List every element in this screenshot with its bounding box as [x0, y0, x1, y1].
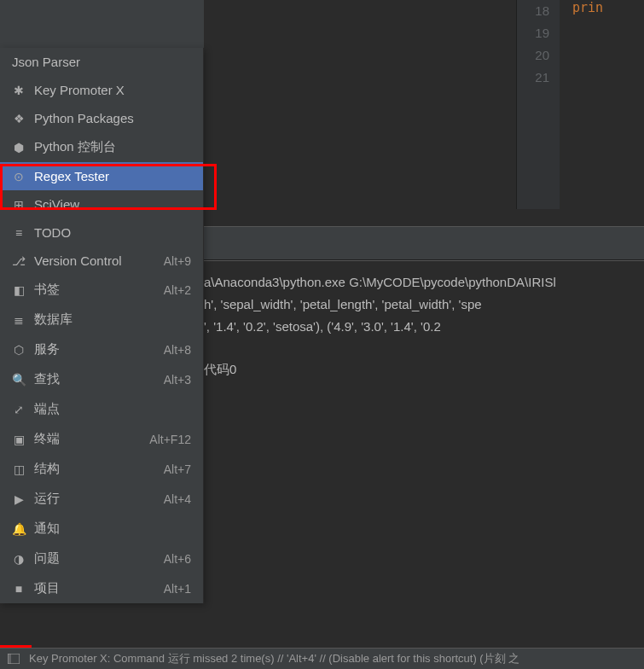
svg-rect-1 [8, 654, 11, 664]
menu-label: 结构 [34, 461, 154, 477]
editor-area: 18 19 20 21 prin [516, 0, 644, 209]
menu-icon: ◑ [12, 552, 26, 566]
menu-item-运行[interactable]: ▶运行Alt+4 [0, 484, 203, 514]
menu-label: SciView [34, 197, 191, 212]
menu-item-regex-tester[interactable]: ⊙Regex Tester [0, 162, 203, 190]
menu-label: 运行 [34, 491, 154, 507]
menu-item-端点[interactable]: ⤢端点 [0, 394, 203, 424]
menu-shortcut: Alt+2 [164, 283, 191, 297]
menu-item-问题[interactable]: ◑问题Alt+6 [0, 544, 203, 573]
code-text[interactable]: prin [572, 0, 603, 15]
menu-label: Python Packages [34, 111, 191, 125]
menu-header[interactable]: Json Parser [0, 48, 203, 76]
status-bar[interactable]: Key Promoter X: Command 运行 missed 2 time… [0, 648, 644, 669]
status-text: Key Promoter X: Command 运行 missed 2 time… [29, 651, 519, 666]
menu-icon: 🔍 [12, 373, 26, 387]
menu-item-结构[interactable]: ◫结构Alt+7 [0, 454, 203, 484]
console-exit: 代码0 [204, 358, 644, 381]
console-line: h', 'sepal_width', 'petal_length', 'peta… [204, 294, 644, 316]
menu-shortcut: Alt+9 [164, 254, 191, 268]
menu-icon: ▶ [12, 492, 26, 506]
menu-item-python-packages[interactable]: ❖Python Packages [0, 104, 203, 132]
menu-label: 服务 [34, 341, 154, 358]
console-line: ', '1.4', '0.2', 'setosa'), ('4.9', '3.0… [204, 316, 644, 338]
window-icon[interactable] [5, 652, 22, 666]
line-number: 19 [517, 22, 549, 44]
menu-item-服务[interactable]: ⬡服务Alt+8 [0, 334, 203, 364]
tool-window-menu[interactable]: Json Parser ✱Key Promoter X❖Python Packa… [0, 48, 204, 603]
menu-item-python-控制台[interactable]: ⬢Python 控制台 [0, 132, 203, 162]
menu-shortcut: Alt+7 [164, 462, 191, 476]
menu-label: 端点 [34, 401, 191, 417]
menu-label: 数据库 [34, 311, 191, 328]
menu-icon: ⬢ [12, 141, 26, 154]
menu-label: Python 控制台 [34, 139, 191, 155]
menu-item-version-control[interactable]: ⎇Version ControlAlt+9 [0, 247, 203, 275]
menu-icon: ⊙ [12, 170, 26, 183]
menu-shortcut: Alt+1 [164, 582, 191, 596]
menu-shortcut: Alt+8 [164, 343, 191, 357]
menu-icon: ⎇ [12, 254, 26, 268]
menu-icon: ⊞ [12, 198, 26, 212]
line-number: 18 [517, 0, 549, 22]
menu-label: 终端 [34, 431, 139, 447]
menu-label: TODO [34, 225, 191, 240]
menu-item-项目[interactable]: ■项目Alt+1 [0, 573, 203, 603]
menu-shortcut: Alt+3 [164, 373, 191, 387]
menu-item-书签[interactable]: ◧书签Alt+2 [0, 275, 203, 305]
line-number: 20 [517, 44, 549, 67]
menu-icon: ◧ [12, 283, 26, 297]
menu-icon: ❖ [12, 112, 26, 125]
menu-icon: ≣ [12, 313, 26, 327]
menu-item-查找[interactable]: 🔍查找Alt+3 [0, 364, 203, 394]
menu-item-终端[interactable]: ▣终端Alt+F12 [0, 424, 203, 454]
menu-label: 书签 [34, 282, 154, 298]
menu-item-通知[interactable]: 🔔通知 [0, 514, 203, 544]
menu-item-key-promoter-x[interactable]: ✱Key Promoter X [0, 76, 203, 104]
menu-icon: ⬡ [12, 343, 26, 357]
menu-shortcut: Alt+6 [164, 552, 191, 566]
menu-label: Key Promoter X [34, 83, 191, 97]
menu-icon: ■ [12, 582, 26, 596]
menu-label: 通知 [34, 521, 191, 537]
menu-label: Regex Tester [34, 169, 191, 183]
menu-icon: ◫ [12, 462, 26, 476]
menu-label: 问题 [34, 550, 154, 567]
menu-icon: 🔔 [12, 522, 26, 536]
menu-icon: ▣ [12, 433, 26, 446]
menu-label: 查找 [34, 371, 154, 387]
menu-shortcut: Alt+4 [164, 492, 191, 506]
menu-icon: ⤢ [12, 403, 26, 416]
menu-item-sciview[interactable]: ⊞SciView [0, 190, 203, 218]
menu-label: Version Control [34, 253, 154, 268]
toolbar-divider [204, 226, 644, 260]
menu-item-数据库[interactable]: ≣数据库 [0, 305, 203, 334]
line-number: 21 [517, 67, 549, 89]
line-gutter: 18 19 20 21 [517, 0, 560, 209]
menu-item-todo[interactable]: ≡TODO [0, 218, 203, 247]
console-line: a\Anaconda3\python.exe G:\MyCODE\pycode\… [204, 271, 644, 294]
menu-shortcut: Alt+F12 [149, 433, 191, 446]
menu-icon: ✱ [12, 84, 26, 97]
menu-icon: ≡ [12, 226, 26, 240]
console-output[interactable]: a\Anaconda3\python.exe G:\MyCODE\pycode\… [204, 260, 644, 381]
menu-label: 项目 [34, 580, 154, 596]
